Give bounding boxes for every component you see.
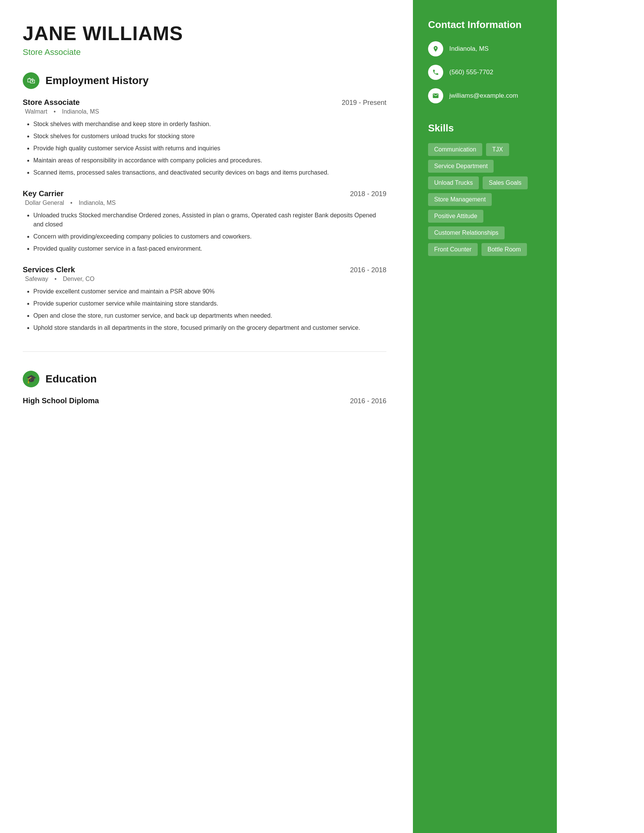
skill-tag-sales-goals: Sales Goals [483, 177, 527, 189]
job-top-1: Store Associate 2019 - Present [23, 98, 386, 107]
job-bullets-2: Unloaded trucks Stocked merchandise Orde… [23, 211, 386, 253]
location-item: Indianola, MS [428, 41, 542, 56]
job-title-2: Key Carrier [23, 189, 64, 198]
resume-header: JANE WILLIAMS Store Associate [23, 23, 386, 57]
contact-section: Contact Information Indianola, MS (560) … [428, 19, 542, 103]
job-company-2: Dollar General • Indianola, MS [23, 199, 386, 206]
phone-icon [428, 65, 443, 80]
skills-title: Skills [428, 122, 542, 134]
job-dates-1: 2019 - Present [342, 99, 386, 107]
skill-tag-service-department: Service Department [428, 160, 494, 173]
bullet: Stock shelves with merchandise and keep … [33, 120, 386, 129]
location-icon [428, 41, 443, 56]
education-icon: 🎓 [23, 371, 39, 388]
bullet: Stock shelves for customers unload truck… [33, 132, 386, 141]
email-icon [428, 88, 443, 103]
bullet: Concern with providing/exceeding company… [33, 232, 386, 241]
education-section: 🎓 Education High School Diploma 2016 - 2… [23, 371, 386, 405]
job-title-3: Services Clerk [23, 265, 75, 274]
skill-tag-store-management: Store Management [428, 193, 492, 206]
job-title: Store Associate [23, 47, 386, 57]
job-block-1: Store Associate 2019 - Present Walmart •… [23, 98, 386, 177]
phone-text: (560) 555-7702 [449, 65, 493, 77]
job-dates-2: 2018 - 2019 [350, 190, 386, 198]
job-top-3: Services Clerk 2016 - 2018 [23, 265, 386, 274]
phone-item: (560) 555-7702 [428, 65, 542, 80]
location-text: Indianola, MS [449, 41, 489, 53]
job-bullets-1: Stock shelves with merchandise and keep … [23, 120, 386, 177]
bullet: Unloaded trucks Stocked merchandise Orde… [33, 211, 386, 229]
job-bullets-3: Provide excellent customer service and m… [23, 287, 386, 333]
job-top-2: Key Carrier 2018 - 2019 [23, 189, 386, 198]
skills-section: Skills Communication TJX Service Departm… [428, 122, 542, 256]
section-divider [23, 351, 386, 352]
bullet: Open and close the store, run customer s… [33, 311, 386, 320]
bullet: Provided quality customer service in a f… [33, 244, 386, 253]
employment-header: 🛍 Employment History [23, 72, 386, 89]
job-company-3: Safeway • Denver, CO [23, 276, 386, 283]
skill-tag-unload-trucks: Unload Trucks [428, 177, 479, 189]
education-entry-1: High School Diploma 2016 - 2016 [23, 396, 386, 405]
education-header: 🎓 Education [23, 371, 386, 388]
bullet: Provide high quality customer service As… [33, 144, 386, 153]
bullet: Maintain areas of responsibility in acco… [33, 156, 386, 165]
job-title-1: Store Associate [23, 98, 80, 107]
skills-container: Communication TJX Service Department Unl… [428, 143, 542, 256]
skill-tag-bottle-room: Bottle Room [481, 243, 527, 256]
email-text: jwilliams@example.com [449, 88, 518, 100]
employment-section: 🛍 Employment History Store Associate 201… [23, 72, 386, 333]
job-block-2: Key Carrier 2018 - 2019 Dollar General •… [23, 189, 386, 253]
job-company-1: Walmart • Indianola, MS [23, 108, 386, 115]
job-dates-3: 2016 - 2018 [350, 266, 386, 274]
contact-title: Contact Information [428, 19, 542, 31]
sidebar: Contact Information Indianola, MS (560) … [413, 0, 557, 833]
bullet: Uphold store standards in all department… [33, 323, 386, 333]
bullet: Provide excellent customer service and m… [33, 287, 386, 296]
employment-icon: 🛍 [23, 72, 39, 89]
edu-dates: 2016 - 2016 [350, 397, 386, 405]
bullet: Scanned items, processed sales transacti… [33, 168, 386, 177]
skill-tag-customer-relationships: Customer Relationships [428, 227, 505, 239]
skill-tag-front-counter: Front Counter [428, 243, 478, 256]
skill-tag-tjx: TJX [486, 143, 509, 156]
skill-tag-positive-attitude: Positive Attitude [428, 210, 483, 223]
bullet: Provide superior customer service while … [33, 299, 386, 308]
main-content: JANE WILLIAMS Store Associate 🛍 Employme… [0, 0, 413, 833]
full-name: JANE WILLIAMS [23, 23, 386, 44]
job-block-3: Services Clerk 2016 - 2018 Safeway • Den… [23, 265, 386, 333]
education-title: Education [45, 373, 97, 385]
degree-name: High School Diploma [23, 396, 99, 405]
skill-tag-communication: Communication [428, 143, 482, 156]
email-item: jwilliams@example.com [428, 88, 542, 103]
employment-title: Employment History [45, 75, 148, 87]
